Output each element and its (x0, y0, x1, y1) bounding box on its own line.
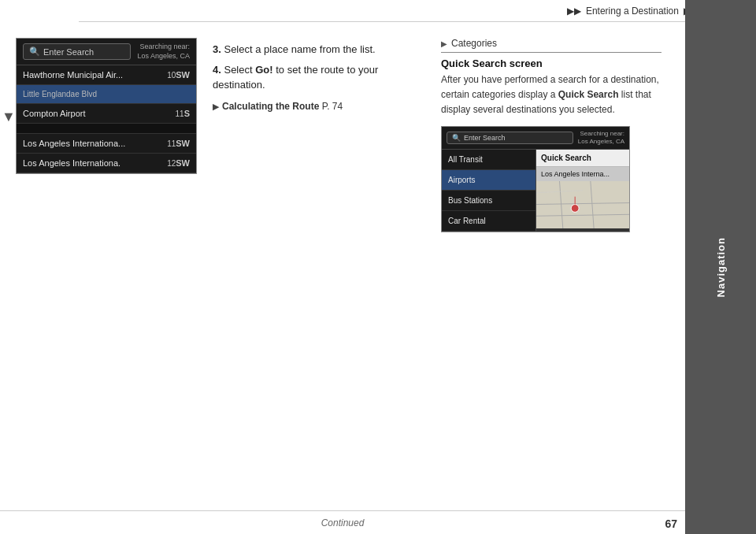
breadcrumb-arrow1: ▶▶ (567, 6, 581, 17)
left-search-panel: 🔍 Enter Search Searching near: Los Angel… (16, 38, 197, 502)
search-result-2[interactable]: Little Englandae Blvd (17, 85, 196, 104)
mini-map-area (536, 181, 629, 228)
svg-line-0 (536, 203, 629, 205)
mini-nav-screen: 🔍 Enter Search Searching near: Los Angel… (441, 126, 630, 233)
step-4: 4. Select Go! to set the route to your d… (213, 62, 425, 93)
search-ui-header: 🔍 Enter Search Searching near: Los Angel… (17, 39, 196, 65)
continued-label: Continued (321, 517, 365, 528)
search-result-1[interactable]: Hawthorne Municipal Air... 10SW (17, 65, 196, 85)
steps-panel: 3. Select a place name from the list. 4.… (213, 38, 425, 502)
navigation-sidebar: Navigation (685, 0, 756, 534)
search-near: Searching near: Los Angeles, CA (137, 43, 190, 61)
section-label: Categories (451, 38, 497, 49)
info-body: After you have performed a search for a … (441, 72, 662, 118)
step-3: 3. Select a place name from the list. (213, 42, 425, 57)
quick-search-label: Quick Search (536, 150, 629, 167)
mini-category-list: All Transit Airports Bus Stations Car Re… (442, 150, 536, 232)
mini-nav-header: 🔍 Enter Search Searching near: Los Angel… (442, 127, 629, 150)
search-ui: 🔍 Enter Search Searching near: Los Angel… (16, 38, 197, 174)
mini-search-icon: 🔍 (452, 134, 461, 142)
search-icon: 🔍 (29, 46, 40, 57)
right-info-panel: ▶ Categories Quick Search screen After y… (441, 38, 662, 502)
mini-cat-airports[interactable]: Airports (442, 170, 536, 191)
mini-cat-car-rental[interactable]: Car Rental (442, 211, 536, 232)
search-input-mock[interactable]: 🔍 Enter Search (23, 43, 131, 60)
footer: Continued (0, 510, 685, 534)
mini-cat-bus-stations[interactable]: Bus Stations (442, 191, 536, 211)
svg-line-2 (560, 181, 564, 228)
mini-map-svg (536, 181, 629, 228)
main-content: 🔍 Enter Search Searching near: Los Angel… (0, 22, 685, 510)
mini-search-near: Searching near: Los Angeles, CA (578, 130, 624, 146)
mini-nav-body: ▼ All Transit Airports Bus Stations Car … (442, 150, 629, 232)
svg-line-3 (591, 181, 595, 228)
search-result-3[interactable]: Compton Airport 11S (17, 104, 196, 124)
breadcrumb-part1: Entering a Destination (586, 6, 679, 17)
info-title: Quick Search screen (441, 57, 662, 69)
quick-search-result[interactable]: Los Angeles Interna... (536, 167, 629, 181)
mini-scroll-arrow: ▼ (441, 184, 442, 197)
sidebar-label: Navigation (715, 237, 727, 297)
breadcrumb: ▶▶ Entering a Destination ▶ Categories (79, 0, 756, 22)
search-placeholder: Enter Search (43, 47, 94, 57)
section-icon: ▶ (441, 39, 447, 48)
svg-line-4 (536, 191, 583, 193)
mini-nav-left: ▼ All Transit Airports Bus Stations Car … (442, 150, 536, 232)
step-ref: ▶ Calculating the Route P. 74 (213, 101, 425, 112)
svg-point-5 (571, 205, 579, 213)
mini-cat-all-transit[interactable]: All Transit (442, 150, 536, 170)
search-result-6[interactable]: Los Angeles Internationa. 12SW (17, 154, 196, 173)
page-number: 67 (665, 517, 677, 530)
search-result-4[interactable] (17, 124, 196, 134)
mini-search-input[interactable]: 🔍 Enter Search (447, 132, 573, 144)
search-ui-screenshot: 🔍 Enter Search Searching near: Los Angel… (16, 38, 197, 174)
info-section-header: ▶ Categories (441, 38, 662, 53)
search-result-5[interactable]: Los Angeles Internationa... 11SW (17, 134, 196, 154)
mini-search-placeholder: Enter Search (464, 134, 506, 142)
ref-icon: ▶ (213, 102, 219, 112)
step-list: 3. Select a place name from the list. 4.… (213, 42, 425, 93)
scroll-down-arrow: ▼ (2, 109, 16, 125)
mini-quick-search-panel: Quick Search Los Angeles Interna... (536, 150, 629, 232)
svg-line-1 (536, 215, 629, 217)
